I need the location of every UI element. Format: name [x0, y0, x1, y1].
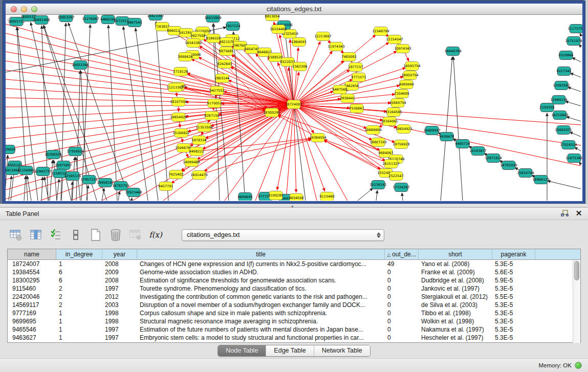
cell-pagerank[interactable]: 5.3E-5: [492, 285, 535, 293]
graph-node[interactable]: 1562306: [293, 62, 308, 71]
select-attributes-icon[interactable]: [47, 226, 64, 244]
cell-year[interactable]: 2003: [102, 301, 137, 309]
scrollbar-thumb[interactable]: [574, 261, 579, 280]
table-row[interactable]: 946362711997Embryonic stem cells: a mode…: [8, 334, 580, 342]
graph-node[interactable]: 7625402: [169, 170, 184, 179]
create-table-icon[interactable]: [87, 226, 104, 244]
graph-node[interactable]: 10193877: [469, 147, 486, 156]
cell-name[interactable]: 9463627: [8, 334, 56, 342]
float-panel-icon[interactable]: [560, 209, 569, 217]
graph-node[interactable]: 10853297: [57, 15, 74, 22]
cell-short[interactable]: de Silva et al. (2003): [419, 301, 492, 309]
graph-node[interactable]: 16906125: [532, 176, 549, 184]
graph-node[interactable]: 10154408: [270, 25, 287, 34]
table-row[interactable]: 911546021997Tourette syndrome. Phenomeno…: [8, 285, 580, 293]
graph-node[interactable]: 9634508: [289, 194, 304, 201]
cell-pagerank[interactable]: 5.9E-5: [492, 276, 535, 285]
column-header-name[interactable]: name: [8, 249, 56, 259]
cell-short[interactable]: Nakamura et al. (1997): [419, 325, 492, 334]
graph-node[interactable]: 16151327: [382, 160, 399, 168]
graph-node[interactable]: 1864093: [292, 38, 307, 47]
graph-node[interactable]: 6466160: [101, 15, 116, 24]
cell-in-degree[interactable]: 1: [56, 325, 102, 334]
graph-node[interactable]: 12505135: [64, 172, 81, 181]
cell-short[interactable]: Stergiakouli et al. (2012): [419, 293, 492, 301]
cell-pagerank[interactable]: 5.3E-5: [492, 301, 535, 309]
graph-node[interactable]: 11974343: [328, 42, 344, 51]
cell-in-degree[interactable]: 1: [56, 260, 102, 268]
graph-node[interactable]: 7204609: [395, 90, 409, 98]
graph-node[interactable]: 9667543: [127, 18, 142, 27]
network-window-titlebar[interactable]: citations_edges.txt: [6, 4, 582, 15]
graph-node[interactable]: 16914479: [190, 171, 207, 180]
graph-node[interactable]: 16033809: [204, 15, 221, 23]
graph-node[interactable]: 18950754: [401, 71, 418, 80]
graph-node[interactable]: 18807293: [369, 138, 386, 147]
column-header-title[interactable]: title: [137, 249, 385, 259]
graph-node[interactable]: 2159358: [540, 103, 555, 112]
graph-node[interactable]: 16409547: [423, 126, 440, 135]
graph-node[interactable]: 15824744: [517, 169, 534, 178]
graph-node[interactable]: 7536867: [350, 104, 364, 113]
cell-short[interactable]: Franke et al. (2009): [419, 268, 492, 276]
graph-node[interactable]: 16782759: [112, 182, 129, 190]
tab-edge-table[interactable]: Edge Table: [266, 345, 313, 356]
graph-node[interactable]: 5878334: [192, 136, 207, 145]
cell-out-de-[interactable]: 0: [385, 301, 419, 309]
cell-short[interactable]: Hescheler et al. (1997): [419, 334, 492, 342]
graph-node[interactable]: 16648784: [444, 47, 461, 56]
cell-title[interactable]: Genome-wide association studies in ADHD.: [137, 268, 385, 276]
cell-in-degree[interactable]: 6: [56, 276, 102, 285]
graph-node[interactable]: 8267150: [205, 112, 220, 120]
graph-node[interactable]: 16210643: [551, 111, 568, 120]
graph-node[interactable]: 9821570: [220, 38, 234, 47]
graph-node[interactable]: 9498222: [189, 147, 204, 156]
vertical-scrollbar[interactable]: [573, 260, 580, 343]
cell-year[interactable]: 2012: [102, 293, 137, 301]
table-row[interactable]: 977716911998Corpus callosum shape and si…: [8, 309, 580, 317]
graph-node[interactable]: 20691406: [33, 16, 50, 25]
cell-title[interactable]: Changes of HCN gene expression and I(f) …: [137, 260, 385, 268]
table-settings-icon[interactable]: [7, 226, 25, 244]
cell-year[interactable]: 2008: [102, 276, 137, 285]
cell-pagerank[interactable]: 5.6E-5: [492, 268, 535, 276]
graph-node[interactable]: 2803144: [215, 74, 230, 83]
cell-out-de-[interactable]: 0: [385, 293, 419, 301]
cell-year[interactable]: 1997: [102, 334, 137, 342]
graph-node[interactable]: 17957223: [80, 176, 97, 184]
graph-node[interactable]: 11175754: [568, 25, 582, 33]
cell-pagerank[interactable]: 5.3E-5: [492, 334, 535, 342]
cell-short[interactable]: Tibbo et al. (1998): [419, 309, 492, 317]
graph-node[interactable]: 2126605: [6, 145, 15, 154]
column-header-short[interactable]: short: [419, 249, 492, 259]
graph-node[interactable]: 14099489: [183, 158, 200, 167]
graph-node[interactable]: 2718126: [173, 68, 188, 76]
table-row[interactable]: 1938455462009Genome-wide association stu…: [8, 268, 580, 276]
cell-name[interactable]: 22420046: [8, 293, 56, 301]
cell-title[interactable]: Disruption of a novel member of a sodium…: [137, 301, 385, 309]
graph-node[interactable]: 9115460: [320, 192, 335, 201]
graph-node[interactable]: 11213382: [166, 83, 183, 92]
table-row[interactable]: 969969511998Structural magnetic resonanc…: [8, 317, 580, 325]
cell-in-degree[interactable]: 6: [56, 268, 102, 276]
graph-node[interactable]: 1877157: [349, 63, 363, 72]
graph-node[interactable]: 10974343: [394, 45, 411, 53]
graph-node[interactable]: 8186328: [206, 34, 221, 43]
graph-node[interactable]: 4089949: [399, 80, 414, 89]
graph-node[interactable]: 18300295: [263, 108, 280, 117]
graph-node[interactable]: 12213697: [314, 32, 331, 41]
graph-node[interactable]: 17359924: [67, 147, 83, 156]
graph-node[interactable]: 18107554: [170, 98, 187, 106]
graph-node[interactable]: 8813054: [265, 15, 280, 21]
graph-node[interactable]: 15166822: [172, 129, 189, 138]
graph-node[interactable]: 9242843: [217, 60, 232, 69]
graph-node[interactable]: 9875685: [219, 47, 234, 56]
graph-node[interactable]: 19756928: [393, 140, 409, 149]
table-row[interactable]: 1456911722003Disruption of a novel membe…: [8, 301, 580, 309]
cell-title[interactable]: Embryonic stem cells: a model to study s…: [137, 334, 385, 342]
cell-year[interactable]: 2009: [102, 268, 137, 276]
table-row[interactable]: 1830029562008Estimation of significance …: [8, 276, 580, 285]
graph-node[interactable]: 7857224: [226, 22, 241, 31]
cell-pagerank[interactable]: 5.3E-5: [492, 317, 535, 325]
cell-out-de-[interactable]: 0: [385, 334, 419, 342]
